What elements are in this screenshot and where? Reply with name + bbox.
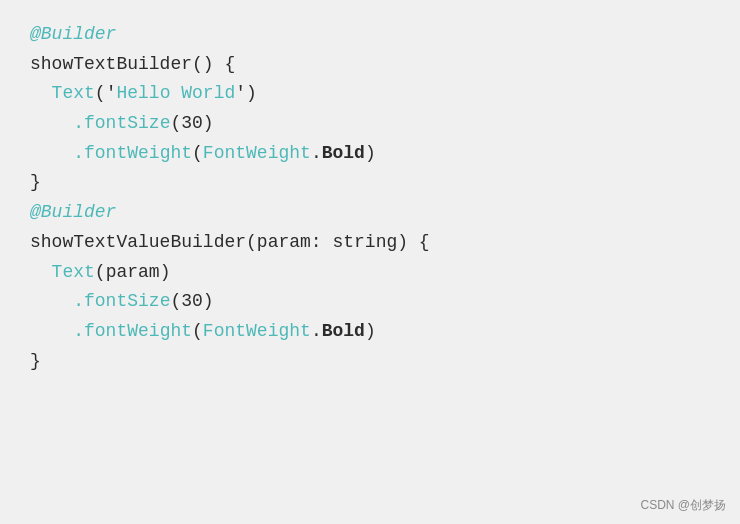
- code-token: '): [235, 83, 257, 103]
- code-token: (': [95, 83, 117, 103]
- code-token: @Builder: [30, 24, 116, 44]
- code-line: .fontWeight(FontWeight.Bold): [30, 317, 710, 347]
- code-token: [30, 291, 73, 311]
- code-token: (: [192, 143, 203, 163]
- code-token: .fontWeight: [73, 321, 192, 341]
- code-token: (: [192, 321, 203, 341]
- code-block: @BuildershowTextBuilder() { Text('Hello …: [30, 20, 710, 376]
- code-token: .fontSize: [73, 113, 170, 133]
- code-token: }: [30, 172, 41, 192]
- code-line: .fontWeight(FontWeight.Bold): [30, 139, 710, 169]
- code-token: Bold: [322, 143, 365, 163]
- code-token: ): [365, 321, 376, 341]
- code-line: .fontSize(30): [30, 287, 710, 317]
- code-line: .fontSize(30): [30, 109, 710, 139]
- code-token: .: [311, 143, 322, 163]
- code-token: Text: [52, 262, 95, 282]
- code-token: [30, 113, 73, 133]
- code-line: showTextBuilder() {: [30, 50, 710, 80]
- code-token: showTextBuilder() {: [30, 54, 235, 74]
- code-line: Text('Hello World'): [30, 79, 710, 109]
- code-token: Hello World: [116, 83, 235, 103]
- code-line: Text(param): [30, 258, 710, 288]
- code-token: .fontWeight: [73, 143, 192, 163]
- code-token: (30): [170, 113, 213, 133]
- code-token: ): [365, 143, 376, 163]
- code-line: showTextValueBuilder(param: string) {: [30, 228, 710, 258]
- code-line: }: [30, 347, 710, 377]
- code-token: }: [30, 351, 41, 371]
- code-token: @Builder: [30, 202, 116, 222]
- code-token: [30, 262, 52, 282]
- code-line: @Builder: [30, 198, 710, 228]
- code-line: @Builder: [30, 20, 710, 50]
- code-token: FontWeight: [203, 321, 311, 341]
- code-token: .fontSize: [73, 291, 170, 311]
- code-token: Bold: [322, 321, 365, 341]
- code-token: (30): [170, 291, 213, 311]
- code-token: showTextValueBuilder(param: string) {: [30, 232, 430, 252]
- code-token: FontWeight: [203, 143, 311, 163]
- code-token: Text: [52, 83, 95, 103]
- code-token: .: [311, 321, 322, 341]
- code-container: @BuildershowTextBuilder() { Text('Hello …: [0, 0, 740, 524]
- code-token: [30, 83, 52, 103]
- code-token: [30, 321, 73, 341]
- code-line: }: [30, 168, 710, 198]
- code-token: [30, 143, 73, 163]
- code-token: (param): [95, 262, 171, 282]
- watermark: CSDN @创梦扬: [640, 497, 726, 514]
